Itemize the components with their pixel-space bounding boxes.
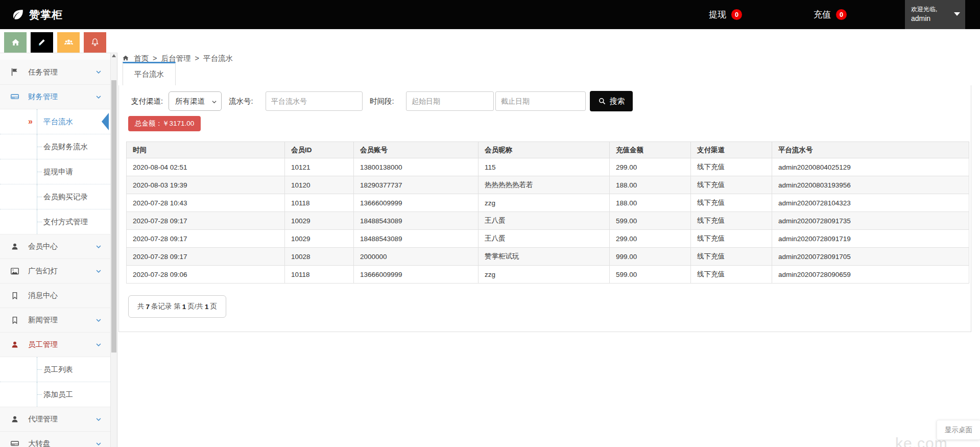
brand[interactable]: 赞掌柜 — [11, 0, 63, 29]
col-platform-serial: 平台流水号 — [772, 142, 969, 158]
tab-platform-flow[interactable]: 平台流水 — [123, 62, 176, 85]
withdraw-label: 提现 — [709, 9, 726, 20]
table-cell: 599.00 — [610, 212, 691, 230]
start-date-input[interactable] — [406, 91, 494, 111]
table-cell: admin20200728090659 — [772, 266, 969, 284]
sidebar-subitem-staff-list[interactable]: 员工列表 — [0, 357, 110, 382]
table-cell: 188.00 — [610, 176, 691, 194]
leaf-icon — [11, 8, 25, 21]
sidebar-item-label: 会员中心 — [28, 242, 58, 251]
search-button[interactable]: 搜索 — [590, 91, 633, 111]
sidebar-item-staff-mgmt[interactable]: 员工管理 — [0, 332, 110, 357]
staff-submenu: 员工列表 添加员工 — [0, 357, 110, 407]
table-cell: 188.00 — [610, 194, 691, 212]
flow-table: 时间 会员ID 会员账号 会员昵称 充值金额 支付渠道 平台流水号 2020-0… — [126, 142, 969, 284]
table-header-row: 时间 会员ID 会员账号 会员昵称 充值金额 支付渠道 平台流水号 — [127, 142, 969, 158]
home-icon — [10, 37, 21, 48]
table-cell: 10029 — [285, 230, 354, 248]
sidebar-item-finance-mgmt[interactable]: 财务管理 — [0, 84, 110, 109]
sidebar-item-member-center[interactable]: 会员中心 — [0, 234, 110, 258]
table-cell: 2020-07-28 09:17 — [127, 230, 285, 248]
table-cell: 10120 — [285, 176, 354, 194]
sidebar-item-label: 财务管理 — [28, 92, 58, 102]
members-button[interactable] — [57, 32, 80, 53]
user-icon — [9, 241, 20, 252]
sidebar-item-ad-slides[interactable]: 广告幻灯 — [0, 258, 110, 283]
sidebar-subitem-member-purchase-records[interactable]: 会员购买记录 — [0, 184, 110, 209]
table-cell: 王八蛋 — [479, 230, 610, 248]
sidebar-subitem-platform-flow[interactable]: 平台流水 — [0, 109, 110, 134]
table-cell: admin20200728104323 — [772, 194, 969, 212]
serial-input[interactable] — [266, 91, 363, 111]
sidebar-subitem-label: 支付方式管理 — [43, 217, 88, 227]
chevron-down-icon — [95, 341, 102, 350]
table-cell: admin20200728091705 — [772, 248, 969, 266]
chevron-down-icon — [95, 268, 102, 277]
sidebar-item-message-center[interactable]: 消息中心 — [0, 283, 110, 308]
col-payment-channel: 支付渠道 — [691, 142, 772, 158]
table-cell: 999.00 — [610, 248, 691, 266]
col-member-id: 会员ID — [285, 142, 354, 158]
table-cell: 线下充值 — [691, 194, 772, 212]
active-item-pointer — [102, 113, 109, 130]
topbar-withdraw-link[interactable]: 提现 0 — [709, 0, 742, 29]
sidebar-subitem-label: 提现申请 — [43, 167, 73, 177]
table-cell: zzg — [479, 194, 610, 212]
sidebar-item-big-wheel[interactable]: 大转盘 — [0, 431, 110, 447]
breadcrumb-separator: > — [195, 54, 199, 62]
users-icon — [63, 37, 75, 49]
sidebar-subitem-staff-add[interactable]: 添加员工 — [0, 382, 110, 407]
table-header: 时间 会员ID 会员账号 会员昵称 充值金额 支付渠道 平台流水号 — [127, 142, 969, 158]
sidebar-item-news-mgmt[interactable]: 新闻管理 — [0, 308, 110, 332]
image-icon — [9, 266, 20, 277]
table-cell: 299.00 — [610, 230, 691, 248]
col-member-nickname: 会员昵称 — [479, 142, 610, 158]
sidebar-subitem-withdraw-request[interactable]: 提现申请 — [0, 159, 110, 184]
notifications-button[interactable] — [84, 32, 106, 53]
channel-select[interactable]: 所有渠道 — [169, 91, 222, 111]
end-date-input[interactable] — [495, 91, 586, 111]
table-cell: 线下充值 — [691, 248, 772, 266]
pagination-current-page: 1 — [182, 303, 186, 311]
search-icon — [598, 97, 606, 105]
table-cell: 18290377737 — [354, 176, 479, 194]
table-cell: 2000000 — [354, 248, 479, 266]
table-cell: 线下充值 — [691, 266, 772, 284]
pagination-summary: 共 7 条记录 第 1 页/共 1 页 — [128, 295, 226, 318]
total-amount-badge: 总金额：￥3171.00 — [128, 116, 201, 131]
table-cell: 10121 — [285, 158, 354, 176]
search-button-label: 搜索 — [610, 97, 625, 106]
table-cell: 13666009999 — [354, 194, 479, 212]
user-menu[interactable]: 欢迎光临, admin — [905, 0, 965, 29]
table-cell: 2020-07-28 09:17 — [127, 212, 285, 230]
table-cell: 2020-08-03 19:39 — [127, 176, 285, 194]
table-cell: 2020-07-28 09:17 — [127, 248, 285, 266]
pencil-icon — [37, 37, 47, 48]
home-button[interactable] — [4, 32, 27, 53]
sidebar-item-label: 员工管理 — [28, 340, 58, 349]
scroll-up-button[interactable] — [110, 54, 117, 60]
sidebar-subitem-member-finance-flow[interactable]: 会员财务流水 — [0, 134, 110, 159]
table-cell: 10028 — [285, 248, 354, 266]
sidebar-item-label: 任务管理 — [28, 67, 58, 77]
sidebar-subitem-label: 会员购买记录 — [43, 192, 88, 202]
serial-filter-label: 流水号: — [229, 91, 253, 111]
sidebar-item-task-mgmt[interactable]: 任务管理 — [0, 60, 110, 84]
edit-button[interactable] — [31, 32, 53, 53]
sidebar-subitem-payment-method-mgmt[interactable]: 支付方式管理 — [0, 209, 110, 234]
bookmark-icon — [9, 315, 20, 326]
sidebar-item-agent-mgmt[interactable]: 代理管理 — [0, 407, 110, 431]
scrollbar-thumb[interactable] — [111, 80, 116, 352]
table-cell: 10118 — [285, 266, 354, 284]
sidebar-subitem-label: 添加员工 — [43, 390, 73, 399]
table-cell: 2020-07-28 09:06 — [127, 266, 285, 284]
table-cell: 线下充值 — [691, 212, 772, 230]
table-row: 2020-07-28 09:061011813666009999zzg599.0… — [127, 266, 969, 284]
table-cell: 599.00 — [610, 266, 691, 284]
bell-icon — [89, 37, 101, 48]
table-cell: 王八蛋 — [479, 212, 610, 230]
user-icon — [9, 414, 20, 425]
topbar-recharge-link[interactable]: 充值 0 — [814, 0, 847, 29]
chevron-down-icon — [95, 68, 102, 78]
pagination-total-pages: 1 — [205, 303, 209, 311]
